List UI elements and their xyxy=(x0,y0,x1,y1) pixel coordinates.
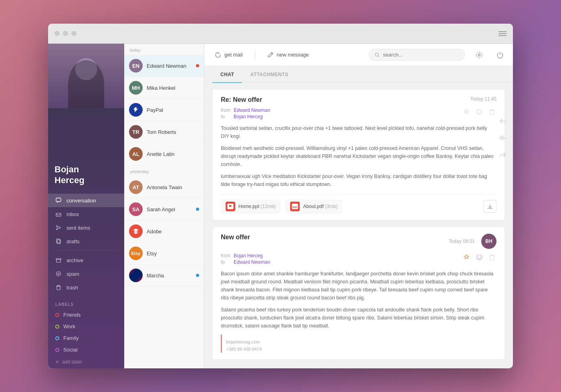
tab-attachments[interactable]: ATTACHMENTS xyxy=(242,66,296,83)
list-item[interactable]: PayPal xyxy=(124,99,204,121)
unread-dot xyxy=(196,274,199,277)
from-value: Bojan Herceg xyxy=(234,253,263,259)
search-input[interactable] xyxy=(383,52,459,58)
list-item[interactable]: Marcha xyxy=(124,265,204,287)
list-item[interactable]: AT Antonela Twain xyxy=(124,176,204,198)
sidebar-item-archive[interactable]: archive xyxy=(48,253,124,267)
avatar: SA xyxy=(129,202,143,216)
new-message-button[interactable]: new message xyxy=(263,49,313,61)
sidebar-item-drafts-label: drafts xyxy=(67,238,80,244)
from-label: from xyxy=(221,253,230,259)
message-header: Re: New offer Today 11:45 xyxy=(221,96,496,103)
unread-dot xyxy=(196,208,199,211)
sidebar-item-sent[interactable]: sent items xyxy=(48,221,124,234)
message-actions xyxy=(462,107,496,116)
emoji-button[interactable] xyxy=(475,107,484,116)
label-friends[interactable]: Friends xyxy=(48,309,124,321)
sidebar-item-inbox[interactable]: inbox xyxy=(48,207,124,221)
delete-button[interactable] xyxy=(488,107,496,116)
get-mail-button[interactable]: get mail xyxy=(211,49,247,61)
maximize-dot[interactable] xyxy=(71,31,77,36)
star-button[interactable] xyxy=(462,253,471,262)
close-dot[interactable] xyxy=(54,31,60,36)
window-controls xyxy=(54,31,77,36)
hamburger-menu[interactable] xyxy=(498,31,507,36)
search-box[interactable] xyxy=(369,49,465,61)
label-social[interactable]: Social xyxy=(48,344,124,356)
sender-name: Tom Roberts xyxy=(147,129,199,135)
message-body-p1: Tousled sartorial seitan, crucifix pour-… xyxy=(221,124,496,140)
today-header: today xyxy=(124,44,204,55)
label-work[interactable]: Work xyxy=(48,321,124,332)
from-label: from xyxy=(221,107,230,113)
message-header: New offer Today 09:01 BH xyxy=(221,234,496,249)
reply-all-button[interactable] xyxy=(497,132,509,144)
signature-website: bojanherceg.com xyxy=(226,339,496,346)
message-body-p3: lumbersexual ugh Vice meditation Kicksta… xyxy=(221,172,496,188)
sidebar-divider-1 xyxy=(55,251,117,251)
to-label: to xyxy=(221,114,230,119)
svg-rect-21 xyxy=(490,256,494,260)
svg-point-10 xyxy=(478,54,480,56)
emoji-button[interactable] xyxy=(475,253,484,262)
list-item[interactable]: EN Edward Newman xyxy=(124,55,204,77)
list-item[interactable]: Adobe xyxy=(124,220,204,242)
attachment-pdf[interactable]: PDF About.pdf (3mb) xyxy=(285,199,342,214)
attachment-ppt[interactable]: Home.ppt (12mb) xyxy=(221,199,280,214)
message-body: Tousled sartorial seitan, crucifix pour-… xyxy=(221,124,496,188)
label-family[interactable]: Family xyxy=(48,332,124,344)
reply-button[interactable] xyxy=(497,115,509,127)
drafts-icon xyxy=(55,238,62,244)
message-card: Re: New offer Today 11:45 from Edward Ne… xyxy=(212,89,505,220)
svg-point-19 xyxy=(478,257,479,257)
minimize-dot[interactable] xyxy=(63,31,68,36)
sidebar-item-trash[interactable]: trash xyxy=(48,281,124,294)
avatar xyxy=(129,224,143,238)
to-row: to Edward Newman xyxy=(221,259,270,265)
avatar xyxy=(129,103,143,117)
power-button[interactable] xyxy=(494,48,507,61)
inbox-icon xyxy=(55,211,62,217)
list-item[interactable]: Etsy Etsy xyxy=(124,242,204,265)
sidebar-item-conversation[interactable]: conversation xyxy=(48,194,124,207)
signature-phone: +385 99 400 8474 xyxy=(226,346,496,353)
sidebar-item-drafts[interactable]: drafts xyxy=(48,234,124,248)
list-item[interactable]: TR Tom Roberts xyxy=(124,121,204,143)
message-subject: Re: New offer xyxy=(221,96,262,103)
sidebar-item-spam[interactable]: spam xyxy=(48,267,124,281)
message-time: Today 09:01 xyxy=(449,238,475,244)
sidebar-item-archive-label: archive xyxy=(67,257,83,263)
add-label-plus: + xyxy=(55,358,59,366)
sidebar-user-name: Bojan Herceg xyxy=(48,108,124,190)
list-item[interactable]: SA Sarah Angel xyxy=(124,198,204,220)
message-signature: bojanherceg.com +385 99 400 8474 xyxy=(221,335,496,353)
attachment-ppt-name: Home.ppt (12mb) xyxy=(238,204,276,209)
sidebar-avatar-bg xyxy=(48,44,124,108)
tab-chat[interactable]: CHAT xyxy=(212,66,242,83)
settings-button[interactable] xyxy=(473,48,486,61)
archive-icon xyxy=(55,257,62,263)
svg-point-12 xyxy=(478,111,479,112)
list-item[interactable]: MH Mika Henkel xyxy=(124,77,204,99)
from-row: from Bojan Herceg xyxy=(221,253,270,259)
download-button[interactable] xyxy=(484,200,496,213)
right-panel: get mail new message xyxy=(204,44,513,368)
star-button[interactable] xyxy=(462,107,471,116)
list-item[interactable]: AL Anette Latin xyxy=(124,143,204,165)
svg-rect-1 xyxy=(56,213,61,216)
avatar: Etsy xyxy=(129,247,143,260)
new-message-label: new message xyxy=(277,52,309,58)
sidebar-item-spam-label: spam xyxy=(67,271,79,277)
svg-rect-14 xyxy=(490,110,494,115)
forward-button[interactable] xyxy=(497,149,509,161)
to-value: Edward Newman xyxy=(234,259,270,265)
message-body-p2: Salami picanha beef ribs turkey pork ten… xyxy=(221,306,496,330)
to-value: Bojan Herceg xyxy=(234,114,263,119)
from-value: Edward Newman xyxy=(234,107,270,113)
sender-name: Edward Newman xyxy=(147,63,192,69)
avatar: AT xyxy=(129,180,143,194)
add-label-button[interactable]: + add label xyxy=(48,356,124,368)
message-time: Today 11:45 xyxy=(470,96,496,102)
avatar: TR xyxy=(129,125,143,139)
delete-button[interactable] xyxy=(488,253,496,262)
